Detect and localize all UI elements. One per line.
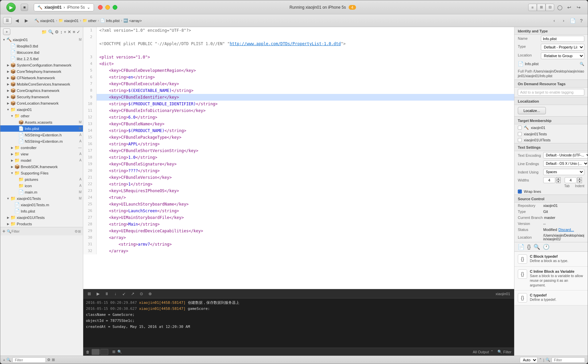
target-checkbox-2[interactable] [518, 138, 522, 142]
tags-input[interactable]: Add to a target to enable tagging [518, 89, 584, 96]
pbt-code-btn[interactable]: {} [527, 244, 531, 250]
tree-item-view[interactable]: ▶ 📁 view A [0, 151, 83, 157]
maximize-button[interactable] [113, 5, 117, 10]
tab-width-up[interactable]: ▲ [556, 177, 561, 180]
console-trash-icon[interactable]: 🗑 [86, 350, 90, 354]
sidebar-btn-list[interactable]: ≡ [73, 29, 75, 34]
sidebar-filter-options[interactable]: ⚙ [75, 229, 78, 234]
tree-item-assets[interactable]: 📦 Assets.xcassets M [0, 119, 83, 125]
sidebar-btn-filter[interactable]: ⚙ [55, 29, 59, 34]
type-select[interactable]: Default - Property List... [541, 44, 584, 50]
target-checkbox-1[interactable] [518, 132, 522, 136]
sidebar-filter-sort[interactable]: ⊞ [78, 229, 81, 234]
play-button[interactable]: ▶ [6, 2, 16, 13]
sidebar-filter-input[interactable] [11, 229, 75, 233]
console-step-btn[interactable]: ↓ [112, 290, 119, 297]
tree-item-supporting[interactable]: ▼ 📁 Supporting Files [0, 170, 83, 176]
console-stepout-btn[interactable]: ↗ [129, 290, 136, 297]
nav-prev-issue[interactable]: ‹ [550, 17, 558, 25]
line-endings-select[interactable]: Default - OS X / Unix (... [543, 160, 588, 167]
minimize-button[interactable] [105, 5, 110, 10]
code-editor[interactable]: 1 <?xml version="1.0" encoding="UTF-8"?>… [83, 27, 514, 289]
sidebar-btn-sort[interactable]: ↕ [60, 29, 63, 34]
location-select[interactable]: Relative to Group [541, 52, 584, 59]
tree-item-libicucore[interactable]: 📄 libicucore.tbd [0, 49, 83, 55]
tree-item-nsstring-m[interactable]: 📄 NSString+Extention.m A [0, 138, 83, 144]
breadcrumb-item-1[interactable]: 📁 xiaojin01 [58, 18, 79, 23]
console-debug2-btn[interactable]: ⊕ [147, 290, 153, 297]
tree-item-infoplist[interactable]: 📄 Info.plist M [0, 125, 83, 132]
tree-item-icon[interactable]: 📁 icon A [0, 183, 83, 189]
indent-width-input[interactable] [565, 177, 577, 183]
pbt-search-btn[interactable]: 🔍 [534, 244, 540, 250]
tree-item-libz[interactable]: 📄 libz.1.2.5.tbd [0, 55, 83, 62]
target-checkbox-0[interactable] [518, 126, 522, 130]
indent-width-up[interactable]: ▲ [577, 177, 582, 180]
tree-item-tests-infoplist[interactable]: 📄 Info.plist [0, 208, 83, 214]
status-mode-select[interactable]: Auto [520, 357, 538, 363]
quick-help[interactable]: ? [578, 17, 585, 24]
tree-item-pictures[interactable]: 📁 pictures A [0, 176, 83, 183]
close-button[interactable] [98, 5, 103, 10]
tree-item-cfnetwork[interactable]: ▶ 📦 CFNetwork.framework [0, 75, 83, 81]
tree-item-nsstring-h[interactable]: 📄 NSString+Extention.h A [0, 132, 83, 138]
console-stepin-btn[interactable]: ↙ [121, 290, 127, 297]
tree-item-xiaojin01tests[interactable]: ▼ 📁 xiaojin01Tests M [0, 195, 83, 202]
console-tab-full[interactable] [100, 349, 108, 355]
console-debug-btn[interactable]: ⊙ [138, 290, 145, 297]
wrap-checkbox[interactable]: ✓ [518, 190, 522, 194]
file-new[interactable]: 📄 [569, 17, 576, 24]
sidebar-btn-delete[interactable]: ✕ [68, 29, 71, 34]
tree-item-tests-m[interactable]: 📄 xiaojin01Tests.m [0, 202, 83, 208]
sidebar-add-btn[interactable]: + [3, 28, 10, 35]
console-filter-icon[interactable]: 🔍 [117, 350, 122, 354]
pbt-history-btn[interactable]: 🕐 [543, 244, 550, 250]
tree-item-xiaojin01-folder[interactable]: ▼ 📁 xiaojin01 [0, 106, 83, 113]
breadcrumb-item-0[interactable]: 🔨 xiaojin01 [34, 18, 54, 23]
tree-item-uitests[interactable]: ▶ 📁 xiaojin01UITests [0, 214, 83, 221]
status-grid-btn[interactable]: ⊞ [52, 358, 55, 362]
tree-item-model[interactable]: ▶ 📁 model A [0, 157, 83, 163]
view-btn-list[interactable]: ≡ [528, 4, 537, 11]
sidebar-toggle[interactable]: ☰ [3, 17, 12, 24]
localize-button[interactable]: Localize... [518, 107, 546, 114]
forward-btn[interactable]: ▶ [22, 17, 30, 25]
tree-item-controller[interactable]: ▶ 📁 controller — [0, 144, 83, 151]
sidebar-btn-search[interactable]: 🔍 [48, 29, 53, 34]
encoding-select[interactable]: Default - Unicode (UTF-... [543, 152, 588, 158]
panel-right-btn[interactable]: ↪ [575, 4, 582, 11]
breadcrumb-item-3[interactable]: 📄 Info.plist [100, 18, 120, 23]
tree-item-coregraphics[interactable]: ▶ 📦 CoreGraphics.framework [0, 87, 83, 94]
status-add-btn[interactable]: + [3, 358, 5, 362]
console-clear-btn[interactable]: ⊠ [86, 290, 93, 297]
locate-icon[interactable]: 🔍 [580, 62, 584, 66]
breadcrumb-item-2[interactable]: 📁 other [83, 18, 97, 23]
view-btn-split[interactable]: ⊟ [546, 4, 554, 11]
status-filter-input[interactable] [12, 357, 46, 363]
indent-width-down[interactable]: ▼ [577, 180, 582, 183]
tree-item-corelocation[interactable]: ▶ 📦 CoreLocation.framework [0, 100, 83, 106]
scheme-selector[interactable]: 🔨 xiaojin01 › iPhone 5s ⌄ [34, 3, 94, 11]
status-options-btn[interactable]: ⚙ [47, 358, 50, 362]
navigator-btn[interactable]: ◯ [556, 4, 564, 11]
console-grid-icon[interactable]: ⊞ [112, 350, 115, 354]
tree-item-mainm[interactable]: 📄 main.m M [0, 189, 83, 195]
tab-width-input[interactable] [543, 177, 555, 183]
tree-item-security[interactable]: ▶ 📦 Security.framework [0, 94, 83, 100]
console-tab-split[interactable] [92, 349, 100, 355]
sidebar-filter-add[interactable]: + [2, 228, 5, 234]
breadcrumb-item-4[interactable]: 🔤 <array> [123, 18, 142, 23]
sidebar-btn-folder[interactable]: 📁 [41, 29, 47, 34]
tree-item-mobilecoreservices[interactable]: ▶ 📦 MobileCoreServices.framework [0, 81, 83, 87]
pbt-file-btn[interactable]: 📄 [518, 244, 524, 250]
panel-left-btn[interactable]: ↩ [566, 4, 573, 11]
indent-using-select[interactable]: Spaces [543, 169, 584, 175]
status-filter-input2[interactable] [552, 357, 585, 363]
console-stop-btn[interactable]: ⏸ [103, 290, 110, 297]
tab-width-down[interactable]: ▼ [556, 180, 561, 183]
tree-item-products[interactable]: ▶ 📁 Products [0, 221, 83, 227]
sc-discard-link[interactable]: Discard... [559, 228, 574, 232]
back-btn[interactable]: ◀ [13, 17, 21, 25]
view-btn-grid[interactable]: ⊞ [537, 4, 546, 11]
tree-item-coretelephony[interactable]: ▶ 📦 CoreTelephony.framework [0, 68, 83, 75]
